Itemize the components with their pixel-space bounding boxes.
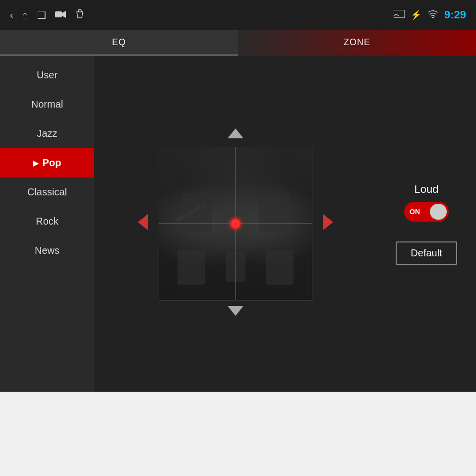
jazz-label: Jazz: [37, 128, 57, 139]
svg-marker-1: [62, 11, 66, 18]
tab-eq[interactable]: EQ: [0, 30, 238, 56]
seat-front-right: [259, 193, 289, 233]
svg-marker-8: [228, 306, 243, 316]
zone-arrow-right[interactable]: [322, 213, 334, 235]
right-panel: Loud ON Default: [377, 56, 476, 392]
user-label: User: [37, 69, 58, 81]
rock-label: Rock: [36, 216, 59, 227]
bluetooth-icon: ⚡: [411, 9, 421, 20]
back-button[interactable]: ‹: [10, 9, 13, 21]
classical-label: Classical: [27, 186, 67, 198]
zone-arrow-left[interactable]: [137, 213, 149, 235]
toggle-on-label: ON: [410, 208, 420, 216]
cast-icon: [394, 10, 405, 20]
sidebar-item-normal[interactable]: Normal: [0, 90, 94, 119]
bottom-area: [0, 392, 476, 476]
car-view[interactable]: wincairan.ir: [159, 147, 312, 300]
news-label: News: [35, 245, 60, 256]
seat-front-left: [182, 193, 212, 233]
svg-rect-2: [394, 10, 405, 18]
normal-label: Normal: [31, 99, 63, 110]
windows-button[interactable]: ❑: [37, 9, 46, 21]
tabs-bar: EQ ZONE: [0, 30, 476, 56]
bag-button[interactable]: [75, 9, 85, 21]
play-icon: ▶: [33, 159, 39, 167]
sidebar-item-user[interactable]: User: [0, 60, 94, 90]
svg-marker-5: [228, 128, 243, 138]
status-right: ⚡ 9:29: [394, 8, 466, 21]
sidebar-item-rock[interactable]: Rock: [0, 207, 94, 236]
loud-label: Loud: [415, 183, 439, 196]
wifi-icon: [427, 10, 438, 20]
loud-section: Loud ON: [404, 183, 449, 222]
toggle-knob: [430, 204, 447, 220]
zone-arrow-up[interactable]: [227, 127, 244, 143]
seat-rear-right: [266, 250, 294, 285]
zone-arrow-down[interactable]: [227, 304, 244, 320]
pop-label: Pop: [43, 157, 61, 169]
sidebar-item-pop[interactable]: ▶ Pop: [0, 148, 94, 178]
zone-area: wincairan.ir: [94, 56, 377, 392]
svg-point-3: [394, 17, 395, 18]
sidebar: User Normal Jazz ▶ Pop Classical Rock Ne…: [0, 56, 94, 392]
main-content: User Normal Jazz ▶ Pop Classical Rock Ne…: [0, 56, 476, 392]
home-button[interactable]: ⌂: [22, 9, 28, 21]
svg-marker-6: [138, 214, 148, 230]
svg-point-4: [432, 17, 434, 18]
crosshair-dot: [230, 218, 241, 229]
svg-rect-0: [55, 11, 62, 17]
camera-button[interactable]: [55, 9, 66, 21]
sidebar-item-jazz[interactable]: Jazz: [0, 119, 94, 148]
sidebar-item-news[interactable]: News: [0, 236, 94, 265]
zone-row: wincairan.ir: [137, 147, 334, 300]
clock: 9:29: [444, 8, 466, 21]
default-button[interactable]: Default: [396, 241, 457, 265]
tab-zone[interactable]: ZONE: [238, 30, 476, 56]
svg-marker-7: [323, 214, 333, 230]
sidebar-item-classical[interactable]: Classical: [0, 178, 94, 207]
status-bar: ‹ ⌂ ❑ ⚡ 9:29: [0, 0, 476, 30]
seat-rear-left: [178, 250, 205, 285]
loud-toggle[interactable]: ON: [404, 202, 449, 222]
